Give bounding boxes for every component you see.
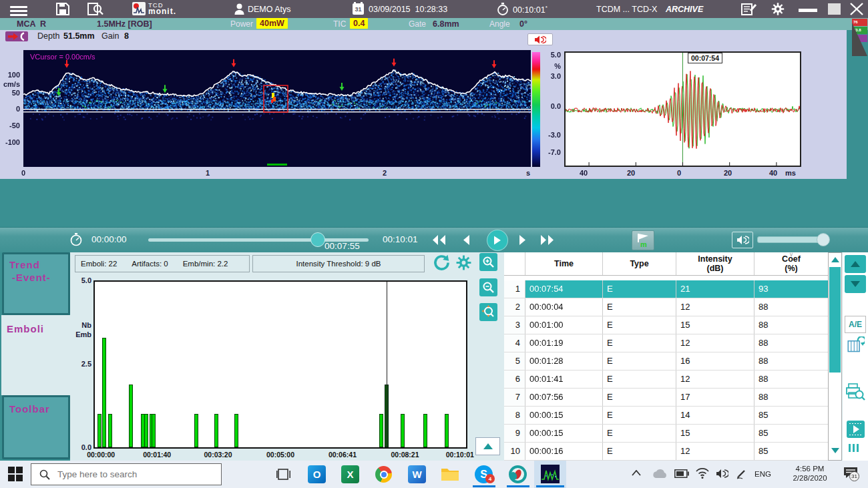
emboli-bar[interactable] bbox=[194, 414, 198, 447]
cell-intensity[interactable]: 16 bbox=[676, 352, 754, 370]
clock[interactable]: 4:56 PM 2/28/2020 bbox=[785, 465, 835, 482]
cell-type[interactable]: E bbox=[603, 425, 676, 442]
cell-coef[interactable]: 88 bbox=[754, 298, 828, 316]
save-icon[interactable] bbox=[56, 3, 69, 15]
table-row[interactable]: 300:01:00E1588 bbox=[504, 316, 828, 334]
tcd-app-taskbar-item[interactable] bbox=[534, 461, 566, 488]
emboli-bar[interactable] bbox=[379, 414, 383, 447]
maximize-button[interactable] bbox=[828, 3, 841, 15]
table-row[interactable]: 400:01:19E1288 bbox=[504, 334, 828, 352]
emboli-bar[interactable] bbox=[445, 414, 449, 447]
table-row[interactable]: 100:07:54E2193 bbox=[504, 280, 828, 298]
artifact-embolus-toggle-button[interactable]: A/E bbox=[845, 316, 866, 333]
table-prev-button[interactable] bbox=[845, 255, 866, 273]
step-back-button[interactable] bbox=[462, 234, 470, 246]
cell-intensity[interactable]: 15 bbox=[676, 316, 754, 334]
table-row[interactable]: 200:00:04E1288 bbox=[504, 298, 828, 316]
cell-type[interactable]: E bbox=[603, 407, 676, 424]
cell-type[interactable]: E bbox=[603, 334, 676, 352]
table-row[interactable]: 900:00:15E1585 bbox=[504, 425, 828, 443]
tray-speaker-icon[interactable] bbox=[716, 469, 728, 479]
emboli-bar[interactable] bbox=[108, 414, 112, 447]
gain-value[interactable]: 8 bbox=[124, 31, 129, 41]
cell-type[interactable]: E bbox=[603, 389, 676, 406]
skip-forward-button[interactable] bbox=[539, 234, 556, 246]
cell-coef[interactable]: 88 bbox=[754, 316, 828, 334]
cell-time[interactable]: 00:01:41 bbox=[525, 371, 603, 388]
language-indicator[interactable]: ENG bbox=[754, 470, 771, 478]
emboli-bar[interactable] bbox=[234, 414, 238, 447]
audio-mute-button[interactable] bbox=[527, 33, 553, 45]
notes-edit-icon[interactable] bbox=[741, 3, 758, 15]
menu-icon[interactable] bbox=[10, 4, 27, 18]
cell-type[interactable]: E bbox=[603, 316, 676, 334]
playback-slider-thumb[interactable] bbox=[310, 232, 325, 247]
skip-back-button[interactable] bbox=[431, 234, 447, 246]
play-button[interactable] bbox=[487, 230, 507, 250]
cell-intensity[interactable]: 14 bbox=[676, 407, 754, 424]
cell-intensity[interactable]: 12 bbox=[676, 334, 754, 352]
table-row[interactable]: 600:01:41E1288 bbox=[504, 371, 828, 389]
cell-time[interactable]: 00:07:56 bbox=[525, 389, 603, 406]
settings-gear-icon[interactable] bbox=[771, 2, 785, 16]
task-view-icon[interactable] bbox=[276, 468, 290, 481]
report-search-icon[interactable] bbox=[87, 3, 103, 15]
zoom-in-button[interactable] bbox=[479, 253, 497, 271]
wifi-icon[interactable] bbox=[696, 468, 709, 479]
search-input[interactable] bbox=[56, 469, 210, 480]
embolus-wave-canvas[interactable] bbox=[566, 53, 800, 166]
battery-icon[interactable] bbox=[674, 469, 689, 478]
cell-coef[interactable]: 93 bbox=[754, 280, 828, 298]
excel-icon[interactable]: X bbox=[341, 465, 359, 483]
step-forward-button[interactable] bbox=[519, 234, 527, 246]
cell-intensity[interactable]: 21 bbox=[676, 280, 754, 298]
atys-app-icon[interactable] bbox=[509, 465, 527, 483]
depth-value[interactable]: 51.5mm bbox=[63, 31, 95, 41]
cell-coef[interactable]: 88 bbox=[754, 352, 828, 370]
table-row[interactable]: 800:00:15E1485 bbox=[504, 407, 828, 425]
tic-value[interactable]: 0.4 bbox=[350, 18, 368, 29]
cell-time[interactable]: 00:01:28 bbox=[525, 352, 603, 370]
tab-trend-event[interactable]: Trend -Event- bbox=[2, 252, 70, 315]
table-header-intensity[interactable]: Intensity(dB) bbox=[676, 252, 754, 275]
emboli-bar[interactable] bbox=[152, 414, 156, 447]
minimize-button[interactable] bbox=[799, 9, 817, 12]
cell-coef[interactable]: 88 bbox=[754, 389, 828, 406]
tray-expand-icon[interactable] bbox=[632, 470, 641, 476]
zoom-out-button[interactable] bbox=[479, 278, 497, 296]
table-next-button[interactable] bbox=[845, 275, 866, 293]
table-header-coef[interactable]: ∨Coef(%) bbox=[754, 252, 828, 275]
emboli-chart-plot[interactable] bbox=[93, 280, 467, 449]
cell-type[interactable]: E bbox=[603, 371, 676, 388]
zoom-pan-button[interactable] bbox=[479, 303, 497, 321]
cell-coef[interactable]: 85 bbox=[754, 443, 828, 460]
cell-time[interactable]: 00:01:19 bbox=[525, 334, 603, 352]
emboli-bar[interactable] bbox=[102, 338, 106, 447]
probe-channel-icon[interactable] bbox=[5, 31, 28, 41]
print-preview-icon[interactable] bbox=[846, 383, 865, 401]
table-row[interactable]: 700:07:56E1788 bbox=[504, 389, 828, 407]
cell-time[interactable]: 00:00:15 bbox=[525, 425, 603, 442]
cell-type[interactable]: E bbox=[603, 443, 676, 460]
outlook-icon[interactable]: O bbox=[308, 465, 326, 483]
doppler-spectrogram[interactable]: VCursor = 0.00cm/s bbox=[23, 50, 531, 167]
detection-settings-gear-icon[interactable] bbox=[455, 254, 472, 271]
cell-intensity[interactable]: 15 bbox=[676, 425, 754, 442]
collapse-panel-button[interactable] bbox=[475, 437, 500, 455]
cell-time[interactable]: 00:00:15 bbox=[525, 407, 603, 424]
scrollbar-thumb[interactable] bbox=[829, 267, 841, 373]
cell-intensity[interactable]: 12 bbox=[676, 371, 754, 388]
cell-intensity[interactable]: 12 bbox=[676, 298, 754, 316]
tab-toolbar[interactable]: Toolbar bbox=[2, 395, 70, 459]
cell-coef[interactable]: 85 bbox=[754, 407, 828, 424]
table-scrollbar[interactable] bbox=[828, 252, 842, 461]
cell-coef[interactable]: 88 bbox=[754, 334, 828, 352]
cell-time[interactable]: 00:00:16 bbox=[525, 443, 603, 460]
event-video-button[interactable] bbox=[847, 421, 865, 438]
file-explorer-icon[interactable] bbox=[441, 467, 459, 482]
power-value[interactable]: 40mW bbox=[256, 18, 288, 29]
cell-time[interactable]: 00:07:54 bbox=[525, 280, 603, 298]
windows-ink-pen-icon[interactable] bbox=[736, 468, 747, 479]
columns-config-button[interactable] bbox=[849, 444, 859, 452]
tab-emboli[interactable]: Emboli bbox=[1, 315, 71, 395]
